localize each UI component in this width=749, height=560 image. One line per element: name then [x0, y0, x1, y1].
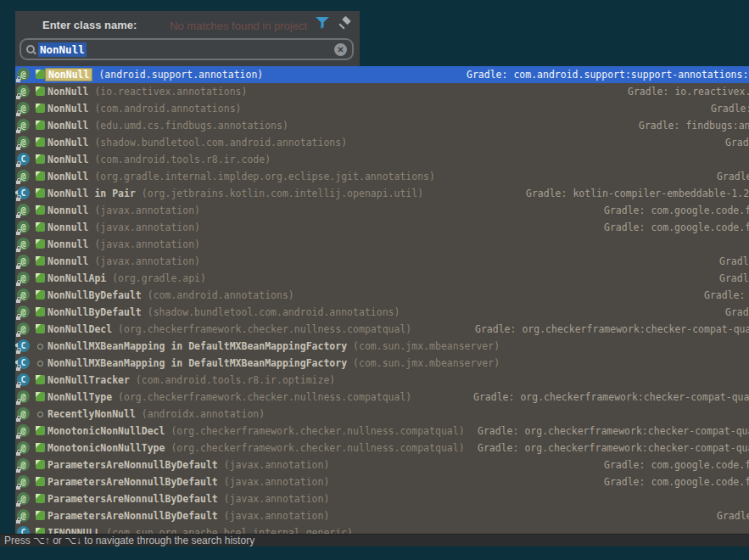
class-name: NonNull [48, 171, 88, 182]
annotation-icon [17, 119, 30, 132]
lock-badge-icon [16, 486, 20, 490]
package-name: (org.jetbrains.kotlin.com.intellij.opena… [136, 188, 423, 199]
gradle-coordinates: Gradle: [704, 287, 745, 304]
result-row[interactable]: NonNullByDefault (com.android.annotation… [15, 287, 749, 304]
result-row[interactable]: MonotonicNonNullType (org.checkerframewo… [15, 440, 749, 456]
search-input[interactable]: NonNull ✕ [20, 38, 354, 60]
result-row[interactable]: NonNullMXBeanMapping in DefaultMXBeanMap… [15, 355, 749, 372]
result-text: Nonnull (javax.annotation) [48, 219, 200, 236]
result-text: NonNull (com.android.tools.r8.ir.code) [48, 151, 271, 168]
package-name: (org.checkerframework.checker.nullness.c… [112, 323, 411, 335]
class-name: NonNull [48, 120, 88, 132]
class-name: ParametersAreNonnullByDefault [48, 510, 218, 522]
result-row[interactable]: ParametersAreNonnullByDefault (javax.ann… [15, 507, 749, 524]
result-row[interactable]: Nonnull (javax.annotation)Gradle: com.go… [15, 219, 749, 236]
gradle-coordinates: Gradle: com.google.code.f [604, 456, 749, 473]
result-row[interactable]: NonNull in Pair (org.jetbrains.kotlin.co… [15, 185, 749, 202]
gradle-coordinates: Gradle: io.reactivex. [628, 83, 749, 100]
result-row[interactable]: Nonnull (javax.annotation)Gradle [15, 253, 749, 270]
result-row[interactable]: ParametersAreNonnullByDefault (javax.ann… [15, 456, 749, 473]
annotation-icon [17, 407, 30, 420]
result-row[interactable]: NonNullByDefault (shadow.bundletool.com.… [15, 304, 749, 321]
result-text: NonNullTracker (com.android.tools.r8.ir.… [48, 372, 335, 389]
package-name: (android.support.annotation) [92, 69, 263, 81]
result-row[interactable]: NonNull (com.android.annotations)Gradle: [15, 100, 749, 117]
result-row[interactable]: NonNullType (org.checkerframework.checke… [15, 389, 749, 406]
class-name: RecentlyNonNull [48, 408, 136, 420]
result-row[interactable]: MonotonicNonNullDecl (org.checkerframewo… [15, 423, 749, 440]
package-name: (org.gradle.api) [106, 272, 206, 284]
result-row[interactable]: NonNull (com.android.tools.r8.ir.code) [15, 151, 749, 168]
annotation-icon [17, 68, 30, 81]
class-name: ParametersAreNonnullByDefault [48, 476, 218, 488]
gradle-coordinates: Gradle: com.google.code.f [604, 219, 749, 236]
result-text: Nonnull (javax.annotation) [48, 236, 200, 253]
library-icon [36, 290, 45, 300]
pin-icon[interactable] [338, 16, 351, 30]
library-icon [36, 205, 45, 215]
filter-icon[interactable] [316, 17, 329, 29]
library-icon [36, 273, 45, 283]
result-row[interactable]: Nonnull (javax.annotation) [15, 236, 749, 253]
result-row[interactable]: NonNull (shadow.bundletool.com.android.a… [15, 134, 749, 151]
result-row[interactable]: NonNullApi (org.gradle.api)Gradle [15, 270, 749, 287]
result-row[interactable]: Nonnull (javax.annotation)Gradle: com.go… [15, 202, 749, 219]
clear-icon[interactable]: ✕ [334, 43, 347, 56]
package-name: (javax.annotation) [88, 238, 200, 250]
result-row[interactable]: RecentlyNonNull (androidx.annotation) [15, 406, 749, 423]
result-text: ParametersAreNonnullByDefault (javax.ann… [48, 456, 329, 473]
class-name: MonotonicNonNullType [48, 442, 165, 454]
status-bar-text: Press ⌥↑ or ⌥↓ to navigate through the s… [4, 535, 254, 546]
result-text: ParametersAreNonnullByDefault (javax.ann… [48, 473, 329, 490]
lock-badge-icon [16, 164, 20, 167]
result-text: NonNullByDefault (shadow.bundletool.com.… [48, 304, 400, 321]
gradle-coordinates: Gradle [719, 253, 749, 270]
class-name: NonNull [48, 137, 88, 148]
annotation-icon [17, 85, 30, 98]
result-row[interactable]: NonNull (android.support.annotation)Grad… [15, 66, 749, 83]
result-text: Nonnull (javax.annotation) [48, 253, 200, 270]
lock-badge-icon [16, 198, 20, 201]
gradle-coordinates: Gradle: org.checkerframework:checker-com… [478, 440, 749, 456]
package-name: (org.checkerframework.checker.nullness.c… [165, 425, 464, 437]
result-text: NonNullType (org.checkerframework.checke… [48, 389, 411, 406]
result-row[interactable]: NonNullTracker (com.android.tools.r8.ir.… [15, 372, 749, 389]
package-name: (com.android.annotations) [142, 289, 294, 301]
library-icon [36, 324, 45, 333]
library-icon [36, 239, 45, 249]
search-input-selection: NonNull [38, 42, 87, 57]
result-row[interactable]: NonNull (edu.umd.cs.findbugs.annotations… [15, 117, 749, 134]
class-icon [17, 373, 30, 386]
static-mark-icon [15, 360, 18, 365]
class-name: NonNullByDefault [48, 306, 142, 318]
class-name: NonNullDecl [48, 323, 112, 335]
result-row[interactable]: ParametersAreNonnullByDefault (javax.ann… [15, 490, 749, 507]
result-text: ParametersAreNonnullByDefault (javax.ann… [48, 507, 329, 524]
package-name: (com.android.tools.r8.ir.optimize) [130, 374, 335, 386]
class-name: NonNull [45, 68, 92, 81]
package-name: (androidx.annotation) [136, 408, 265, 420]
lock-badge-icon [16, 181, 20, 184]
gradle-coordinates: Gradle: org.checkerframework:checker-com… [475, 321, 749, 338]
package-name: (org.checkerframework.checker.nullness.c… [112, 391, 411, 403]
result-row[interactable]: NonNullMXBeanMapping in DefaultMXBeanMap… [15, 338, 749, 355]
result-text: NonNullMXBeanMapping in DefaultMXBeanMap… [48, 338, 500, 355]
package-name: (shadow.bundletool.com.android.annotatio… [142, 306, 400, 318]
result-row[interactable]: IFNONNULL (com.sun.org.apache.bcel.inter… [15, 524, 749, 534]
library-icon [36, 137, 45, 147]
annotation-icon [17, 204, 30, 216]
results-list[interactable]: NonNull (android.support.annotation)Grad… [15, 66, 749, 534]
result-row[interactable]: ParametersAreNonnullByDefault (javax.ann… [15, 473, 749, 490]
result-row[interactable]: NonNull (io.reactivex.annotations)Gradle… [15, 83, 749, 100]
lock-badge-icon [16, 147, 20, 150]
class-icon [17, 339, 30, 352]
result-row[interactable]: NonNullDecl (org.checkerframework.checke… [15, 321, 749, 338]
package-name: (com.android.tools.r8.ir.code) [88, 154, 271, 165]
class-name: NonNullByDefault [48, 289, 142, 301]
gradle-coordinates: Gradle: [711, 100, 749, 117]
class-name: NonNullTracker [48, 374, 130, 386]
result-text: ParametersAreNonnullByDefault (javax.ann… [48, 490, 329, 507]
result-row[interactable]: NonNull (org.gradle.internal.impldep.org… [15, 168, 749, 185]
library-icon [36, 104, 45, 113]
lock-badge-icon [16, 350, 20, 354]
